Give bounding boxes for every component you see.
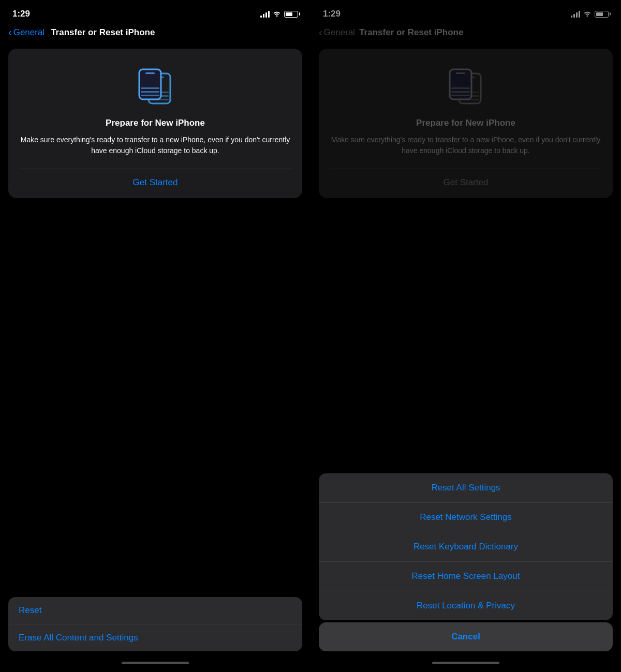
left-status-icons: [260, 10, 298, 18]
left-status-bar: 1:29: [0, 0, 310, 25]
left-signal-icon: [260, 11, 270, 18]
svg-rect-7: [141, 87, 159, 89]
left-prepare-title: Prepare for New iPhone: [19, 118, 292, 128]
right-home-indicator: [310, 653, 621, 672]
left-panel: 1:29 ‹ General Transfer or Reset iPhone: [0, 0, 310, 672]
left-content: Prepare for New iPhone Make sure everyth…: [0, 44, 310, 653]
svg-rect-8: [141, 91, 159, 93]
cancel-button[interactable]: Cancel: [319, 622, 613, 651]
left-bottom-options: Reset Erase All Content and Settings: [8, 597, 302, 651]
left-prepare-card[interactable]: Prepare for New iPhone Make sure everyth…: [8, 49, 302, 198]
left-nav-bar: ‹ General Transfer or Reset iPhone: [0, 25, 310, 44]
right-home-bar: [432, 662, 499, 664]
left-home-bar: [122, 662, 189, 664]
left-prepare-divider: [19, 169, 292, 169]
reset-all-settings-button[interactable]: Reset All Settings: [319, 473, 613, 503]
left-nav-title: Transfer or Reset iPhone: [51, 27, 155, 38]
svg-rect-9: [141, 95, 159, 96]
left-back-button[interactable]: ‹ General: [8, 27, 45, 38]
right-reset-menu: Reset All Settings Reset Network Setting…: [319, 473, 613, 620]
reset-home-screen-layout-button[interactable]: Reset Home Screen Layout: [319, 562, 613, 591]
left-time: 1:29: [12, 9, 30, 19]
right-panel: 1:29 ‹ General Transfer or Reset iPhone: [310, 0, 621, 672]
left-back-label[interactable]: General: [13, 27, 45, 38]
left-home-indicator: [0, 653, 310, 672]
left-battery-icon: [284, 11, 298, 18]
reset-network-settings-button[interactable]: Reset Network Settings: [319, 503, 613, 532]
left-get-started-link[interactable]: Get Started: [19, 177, 292, 188]
reset-keyboard-dictionary-button[interactable]: Reset Keyboard Dictionary: [319, 532, 613, 562]
left-erase-option[interactable]: Erase All Content and Settings: [8, 624, 302, 651]
svg-rect-6: [145, 72, 155, 74]
left-back-chevron-icon: ‹: [8, 26, 12, 38]
left-reset-option[interactable]: Reset: [8, 597, 302, 624]
reset-location-privacy-button[interactable]: Reset Location & Privacy: [319, 591, 613, 620]
left-prepare-icon: [19, 63, 292, 110]
left-wifi-icon: [273, 10, 281, 18]
left-prepare-desc: Make sure everything's ready to transfer…: [19, 135, 292, 156]
